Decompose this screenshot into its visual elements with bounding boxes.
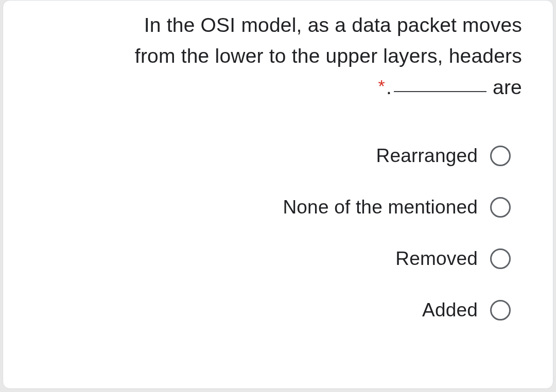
question-line-2: from the lower to the upper layers, head… bbox=[135, 45, 522, 67]
option-label: Rearranged bbox=[376, 145, 478, 167]
option-row[interactable]: Removed bbox=[28, 248, 511, 270]
options-list: Rearranged None of the mentioned Removed… bbox=[28, 145, 522, 321]
radio-icon[interactable] bbox=[490, 146, 511, 166]
radio-icon[interactable] bbox=[490, 197, 511, 218]
question-line-1: In the OSI model, as a data packet moves bbox=[144, 14, 522, 36]
required-asterisk-icon: * bbox=[378, 73, 385, 100]
option-label: Added bbox=[422, 299, 478, 321]
blank-wrapper: * . are bbox=[378, 72, 522, 103]
question-card: In the OSI model, as a data packet moves… bbox=[3, 0, 553, 389]
option-row[interactable]: Added bbox=[28, 299, 511, 321]
option-row[interactable]: Rearranged bbox=[28, 145, 511, 167]
radio-icon[interactable] bbox=[490, 248, 511, 269]
question-trailing: are bbox=[493, 72, 522, 103]
fill-blank-line bbox=[394, 91, 486, 92]
option-label: None of the mentioned bbox=[283, 197, 478, 218]
dot: . bbox=[386, 72, 392, 103]
option-label: Removed bbox=[395, 248, 478, 270]
question-text: In the OSI model, as a data packet moves… bbox=[28, 10, 522, 103]
radio-icon[interactable] bbox=[490, 300, 511, 320]
option-row[interactable]: None of the mentioned bbox=[28, 197, 511, 218]
